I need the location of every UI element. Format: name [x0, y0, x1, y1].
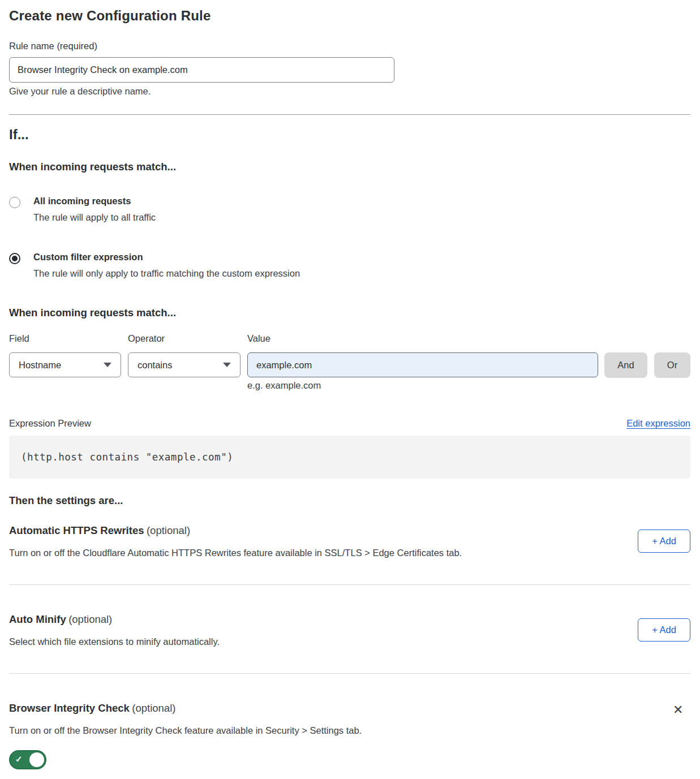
- value-hint: e.g. example.com: [247, 380, 321, 391]
- close-icon[interactable]: ✕: [673, 704, 683, 716]
- radio-custom-filter-label[interactable]: Custom filter expression: [33, 252, 143, 262]
- expression-preview-box: (http.host contains "example.com"): [9, 436, 690, 479]
- radio-custom-filter-expression[interactable]: [9, 253, 20, 264]
- radio-all-incoming-label[interactable]: All incoming requests: [33, 196, 131, 206]
- setting-automatic-https-rewrites-desc: Turn on or off the Cloudflare Automatic …: [9, 548, 462, 558]
- setting-name: Automatic HTTPS Rewrites: [9, 524, 144, 536]
- setting-optional-tag: (optional): [68, 613, 112, 625]
- edit-expression-link[interactable]: Edit expression: [626, 418, 690, 429]
- setting-automatic-https-rewrites-title: Automatic HTTPS Rewrites (optional): [9, 524, 190, 537]
- field-select[interactable]: Hostname: [9, 352, 121, 377]
- expression-preview-label: Expression Preview: [9, 418, 91, 429]
- check-icon: ✓: [15, 754, 23, 764]
- field-column-label: Field: [9, 333, 29, 344]
- field-select-value: Hostname: [19, 360, 61, 371]
- radio-dot: [12, 256, 18, 261]
- chevron-down-icon: [223, 363, 231, 367]
- create-configuration-rule-page: Create new Configuration Rule Rule name …: [0, 0, 700, 779]
- then-heading: Then the settings are...: [9, 494, 123, 507]
- operator-select[interactable]: contains: [128, 352, 241, 377]
- toggle-knob[interactable]: [29, 752, 44, 767]
- setting-name: Auto Minify: [9, 613, 66, 625]
- setting-browser-integrity-check-desc: Turn on or off the Browser Integrity Che…: [9, 725, 362, 736]
- value-column-label: Value: [247, 333, 270, 344]
- expression-preview-code: (http.host contains "example.com"): [21, 451, 233, 463]
- if-heading: If...: [9, 127, 29, 143]
- setting-divider: [9, 584, 690, 585]
- browser-integrity-check-toggle[interactable]: ✓: [9, 750, 46, 769]
- rule-name-help: Give your rule a descriptive name.: [9, 86, 151, 97]
- setting-auto-minify-desc: Select which file extensions to minify a…: [9, 636, 220, 647]
- setting-name: Browser Integrity Check: [9, 702, 130, 714]
- rule-name-input[interactable]: [9, 57, 394, 83]
- radio-selected-icon[interactable]: [9, 253, 20, 264]
- filter-heading: When incoming requests match...: [9, 307, 176, 319]
- radio-custom-filter-desc: The rule will only apply to traffic matc…: [33, 268, 300, 279]
- and-button[interactable]: And: [604, 352, 647, 378]
- setting-auto-minify-title: Auto Minify (optional): [9, 613, 112, 626]
- setting-divider: [9, 673, 690, 674]
- chevron-down-icon: [104, 363, 111, 367]
- value-input[interactable]: [247, 352, 598, 377]
- radio-unselected-icon[interactable]: [9, 197, 20, 208]
- section-divider: [9, 114, 690, 115]
- operator-column-label: Operator: [128, 333, 165, 344]
- or-button[interactable]: Or: [654, 352, 690, 378]
- match-heading: When incoming requests match...: [9, 161, 176, 173]
- rule-name-label: Rule name (required): [9, 41, 97, 51]
- radio-all-incoming-requests[interactable]: [9, 197, 20, 208]
- setting-optional-tag: (optional): [132, 702, 175, 714]
- operator-select-value: contains: [138, 360, 172, 371]
- page-title: Create new Configuration Rule: [9, 8, 211, 24]
- radio-all-incoming-desc: The rule will apply to all traffic: [33, 212, 156, 223]
- setting-browser-integrity-check-title: Browser Integrity Check (optional): [9, 702, 175, 715]
- add-automatic-https-rewrites-button[interactable]: + Add: [638, 530, 690, 553]
- add-auto-minify-button[interactable]: + Add: [638, 618, 690, 642]
- setting-optional-tag: (optional): [147, 524, 190, 536]
